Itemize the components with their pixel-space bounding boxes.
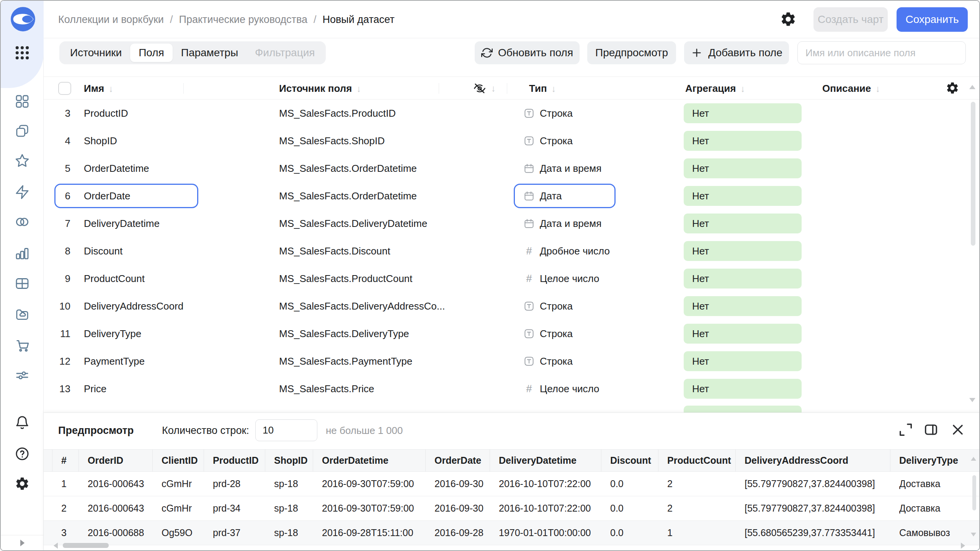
aggregation-select[interactable]: Нет: [684, 241, 802, 261]
field-source[interactable]: MS_SalesFacts.OrderDatetime: [279, 182, 417, 210]
field-name[interactable]: DeliveryType: [84, 320, 141, 347]
field-row[interactable]: 5 OrderDatetime MS_SalesFacts.OrderDatet…: [44, 155, 980, 182]
field-name[interactable]: DeliveryDatetime: [84, 210, 160, 237]
field-type-select[interactable]: # Строка: [523, 292, 573, 320]
field-row[interactable]: 12 PaymentType MS_SalesFacts.PaymentType…: [44, 347, 980, 375]
preview-scroll-down-arrow[interactable]: [971, 533, 976, 536]
preview-column-header[interactable]: DeliveryDatetime: [499, 450, 610, 471]
field-source[interactable]: MS_SalesFacts.Discount: [279, 237, 390, 265]
preview-toggle-button[interactable]: Предпросмотр: [587, 41, 676, 64]
field-row[interactable]: 4 ShopID MS_SalesFacts.ShopID # Строка Н…: [44, 127, 980, 155]
tab[interactable]: Источники: [62, 44, 130, 62]
field-source[interactable]: MS_SalesFacts.ProductID: [279, 99, 396, 127]
column-header-description[interactable]: Описание: [822, 77, 880, 100]
field-row[interactable]: 10 DeliveryAddressCoord MS_SalesFacts.De…: [44, 292, 980, 320]
field-source[interactable]: MS_SalesFacts.DeliveryAddressCo...: [279, 292, 445, 320]
field-name[interactable]: ShopID: [84, 127, 117, 155]
table-columns-gear-icon[interactable]: [945, 81, 960, 96]
notifications-bell-icon[interactable]: [13, 413, 31, 432]
tab[interactable]: Фильтрация: [247, 44, 323, 62]
preview-column-header[interactable]: DeliveryAddressCoord: [745, 450, 899, 471]
field-type-select[interactable]: # Целое число: [523, 265, 599, 292]
tab[interactable]: Поля: [130, 44, 173, 62]
dataset-settings-gear-icon[interactable]: [779, 11, 797, 28]
field-source[interactable]: MS_SalesFacts.DeliveryType: [279, 320, 409, 347]
column-header-name[interactable]: Имя: [84, 77, 113, 100]
field-row[interactable]: 8 Discount MS_SalesFacts.Discount # Дроб…: [44, 237, 980, 265]
sidebar-item-charts[interactable]: [13, 244, 31, 262]
fields-scroll-down-arrow[interactable]: [969, 398, 975, 402]
sidebar-item-editor[interactable]: [13, 183, 31, 201]
preview-side-panel-icon[interactable]: [923, 422, 939, 438]
create-chart-button[interactable]: Создать чарт: [813, 7, 888, 32]
preview-expand-icon[interactable]: [898, 422, 913, 438]
field-name[interactable]: ProductCount: [84, 265, 145, 292]
aggregation-select[interactable]: Нет: [684, 186, 802, 206]
field-name[interactable]: OrderDate: [84, 182, 130, 210]
preview-scroll-up-arrow[interactable]: [971, 457, 976, 461]
field-source[interactable]: MS_SalesFacts.PaymentType: [279, 347, 412, 375]
field-name[interactable]: PaymentType: [84, 347, 145, 375]
aggregation-select[interactable]: Нет: [684, 324, 802, 344]
apps-grid-icon[interactable]: [13, 44, 31, 62]
preview-column-header[interactable]: ProductCount: [667, 450, 745, 471]
row-count-input[interactable]: [255, 419, 317, 441]
field-row[interactable]: 9 ProductCount MS_SalesFacts.ProductCoun…: [44, 265, 980, 292]
field-type-select[interactable]: # Строка: [523, 99, 573, 127]
field-type-select[interactable]: # Дата и время: [523, 155, 601, 182]
field-row[interactable]: 7 DeliveryDatetime MS_SalesFacts.Deliver…: [44, 210, 980, 237]
preview-column-header[interactable]: OrderDatetime: [322, 450, 434, 471]
aggregation-select[interactable]: Нет: [684, 379, 802, 399]
sidebar-item-services[interactable]: [13, 366, 31, 385]
field-source[interactable]: MS_SalesFacts.OrderDatetime: [279, 155, 417, 182]
field-type-select[interactable]: # Строка: [523, 320, 573, 347]
sidebar-item-dashboards[interactable]: [13, 92, 31, 111]
sidebar-item-storage[interactable]: [13, 305, 31, 323]
sidebar-item-datasets[interactable]: [13, 274, 31, 293]
fields-scroll-up-arrow[interactable]: [969, 85, 975, 89]
preview-column-header[interactable]: OrderDate: [434, 450, 499, 471]
field-type-select[interactable]: # Строка: [523, 347, 573, 375]
aggregation-select[interactable]: Нет: [684, 214, 802, 233]
preview-column-header[interactable]: OrderID: [88, 450, 162, 471]
field-source[interactable]: MS_SalesFacts.Price: [279, 375, 374, 403]
preview-column-header[interactable]: Discount: [610, 450, 667, 471]
field-source[interactable]: MS_SalesFacts.ProductCount: [279, 265, 412, 292]
preview-table-row[interactable]: 3 2016-000688 Og59O prd-37 sp-18 2016-09…: [44, 521, 980, 545]
aggregation-select[interactable]: Нет: [684, 131, 802, 151]
save-button[interactable]: Сохранить: [897, 7, 968, 32]
add-field-button[interactable]: Добавить поле: [684, 41, 789, 64]
preview-column-header[interactable]: #: [61, 450, 88, 471]
field-name[interactable]: Discount: [84, 237, 122, 265]
preview-hscrollbar-thumb[interactable]: [63, 543, 109, 548]
preview-close-icon[interactable]: [950, 422, 965, 438]
preview-table-row[interactable]: 1 2016-000643 cGmHr prd-28 sp-18 2016-09…: [44, 472, 980, 496]
field-row[interactable]: 3 ProductID MS_SalesFacts.ProductID # Ст…: [44, 99, 980, 127]
sidebar-expand-button[interactable]: [15, 537, 29, 549]
aggregation-select[interactable]: Нет: [684, 158, 802, 178]
preview-table-row[interactable]: 2 2016-000643 cGmHr prd-34 sp-18 2016-09…: [44, 496, 980, 521]
settings-gear-icon[interactable]: [13, 474, 31, 493]
column-header-aggregation[interactable]: Агрегация: [685, 77, 745, 100]
datalens-logo-icon[interactable]: [10, 6, 36, 32]
column-header-hidden[interactable]: [473, 77, 496, 100]
tab[interactable]: Параметры: [173, 44, 247, 62]
field-row[interactable]: 13 Price MS_SalesFacts.Price # Целое чис…: [44, 375, 980, 403]
aggregation-select[interactable]: Нет: [684, 269, 802, 289]
field-type-select[interactable]: # Целое число: [523, 375, 599, 403]
field-type-select[interactable]: # Дробное число: [523, 237, 610, 265]
field-row[interactable]: 6 OrderDate MS_SalesFacts.OrderDatetime …: [44, 182, 980, 210]
preview-column-header[interactable]: ClientID: [162, 450, 213, 471]
refresh-fields-button[interactable]: Обновить поля: [475, 41, 580, 64]
column-header-type[interactable]: Тип: [529, 77, 556, 100]
aggregation-select[interactable]: Нет: [684, 296, 802, 316]
field-row[interactable]: 11 DeliveryType MS_SalesFacts.DeliveryTy…: [44, 320, 980, 347]
preview-column-header[interactable]: DeliveryType: [899, 450, 980, 471]
column-header-source[interactable]: Источник поля: [279, 77, 361, 100]
field-type-select[interactable]: # Строка: [523, 127, 573, 155]
sidebar-item-marketplace[interactable]: [13, 336, 31, 354]
fields-scrollbar-thumb[interactable]: [971, 102, 975, 246]
field-type-select[interactable]: # Дата и время: [523, 210, 601, 237]
sidebar-item-collections[interactable]: [13, 122, 31, 140]
help-icon[interactable]: [13, 445, 31, 463]
